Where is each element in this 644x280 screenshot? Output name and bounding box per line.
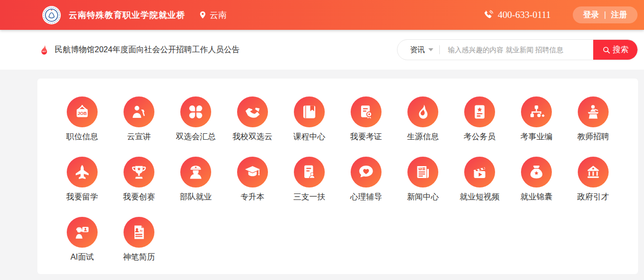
ai-interview-icon	[67, 217, 98, 248]
quick-link-label: 就业锦囊	[520, 192, 552, 202]
quick-link-label: 双选会汇总	[176, 132, 216, 142]
certificate-icon	[351, 96, 382, 127]
org-chart-icon	[521, 96, 552, 127]
quick-link-item[interactable]: N 新闻中心	[394, 157, 451, 202]
trophy-icon	[124, 157, 154, 187]
quick-link-label: 神笔简历	[123, 252, 155, 263]
quick-link-label: 考事业编	[520, 132, 552, 142]
svg-text:AI: AI	[140, 229, 143, 232]
auth-buttons: 登录 | 注册	[573, 6, 638, 23]
quick-link-item[interactable]: 我要考证	[338, 96, 394, 142]
phone-icon	[483, 9, 494, 20]
quick-link-label: 我校双选云	[233, 132, 272, 142]
search-box: 资讯 搜索	[397, 39, 638, 60]
quick-link-item[interactable]: 政府引才	[565, 157, 622, 202]
book-icon	[294, 96, 325, 127]
quick-link-item[interactable]: 考公务员	[451, 96, 508, 142]
site-title: 云南特殊教育职业学院就业桥	[69, 9, 185, 21]
teacher-podium-icon	[578, 96, 609, 127]
handshake-icon	[237, 96, 268, 127]
news-search-bar: HOT 民航博物馆2024年度面向社会公开招聘工作人员公告 资讯 搜索	[0, 30, 644, 70]
quick-link-label: 生源信息	[407, 132, 439, 142]
flame-hot-icon: HOT	[38, 44, 50, 56]
search-category-dropdown[interactable]: 资讯	[397, 45, 439, 55]
quick-link-label: 部队就业	[180, 192, 212, 202]
quick-link-label: 我要留学	[66, 192, 98, 202]
video-clapper-icon	[464, 157, 495, 187]
service-phone: 400-633-0111	[483, 9, 551, 20]
quick-link-item[interactable]: 三支一扶	[281, 157, 338, 202]
clover-grid-icon	[180, 96, 211, 127]
quick-link-label: 政府引才	[577, 192, 609, 202]
lecturer-icon	[124, 96, 154, 127]
quick-link-item[interactable]: 教师招聘	[565, 96, 622, 142]
search-category-label: 资讯	[410, 45, 425, 55]
quick-link-label: 考公务员	[464, 132, 496, 142]
newspaper-icon: N	[407, 157, 438, 187]
quick-links-grid: JOB 职位信息 云宣讲 双选会汇总 我校双选云 课程中心 我要考证 生源信息 …	[54, 96, 638, 263]
school-crest-icon[interactable]	[42, 5, 61, 25]
quick-link-item[interactable]: 考事业编	[508, 96, 565, 142]
svg-text:HOT: HOT	[42, 51, 46, 53]
quick-links-card: JOB 职位信息 云宣讲 双选会汇总 我校双选云 课程中心 我要考证 生源信息 …	[37, 79, 638, 274]
graduation-cap-icon	[237, 157, 268, 187]
auth-separator: |	[604, 10, 606, 19]
soldier-icon	[180, 157, 211, 187]
airplane-icon	[67, 157, 98, 187]
quick-link-item[interactable]: 我要留学	[54, 157, 111, 202]
quick-link-item[interactable]: 就业短视频	[451, 157, 508, 202]
phone-number: 400-633-0111	[498, 9, 551, 20]
search-icon	[602, 46, 611, 54]
location-pin-icon	[198, 10, 207, 19]
government-building-icon	[578, 157, 609, 187]
quick-link-label: AI面试	[70, 252, 94, 263]
quick-link-label: 专升本	[241, 192, 264, 202]
quick-link-label: 云宣讲	[127, 132, 151, 142]
quick-link-label: 三支一扶	[293, 192, 325, 202]
quick-link-item[interactable]: 我要创赛	[111, 157, 167, 202]
quick-link-label: 新闻中心	[407, 192, 439, 202]
quick-link-item[interactable]: 就业锦囊	[508, 157, 565, 202]
quick-link-label: 职位信息	[66, 132, 98, 142]
quick-link-item[interactable]: 生源信息	[394, 96, 451, 142]
quick-link-item[interactable]: 我校双选云	[224, 96, 281, 142]
news-announcement-link[interactable]: 民航博物馆2024年度面向社会公开招聘工作人员公告	[55, 45, 240, 55]
location-selector[interactable]: 云南	[198, 9, 227, 21]
quick-link-item[interactable]: 云宣讲	[111, 96, 167, 142]
job-sign-icon: JOB	[67, 96, 98, 127]
heart-chat-icon	[351, 157, 382, 187]
login-button[interactable]: 登录	[583, 10, 599, 20]
quick-link-item[interactable]: AI 神笔简历	[111, 217, 167, 263]
quick-link-item[interactable]: 部队就业	[167, 157, 224, 202]
flame-icon	[407, 96, 438, 127]
search-button-label: 搜索	[613, 45, 629, 55]
quick-link-label: 我要考证	[350, 132, 382, 142]
quick-link-item[interactable]: 课程中心	[281, 96, 338, 142]
svg-text:N: N	[419, 168, 421, 170]
money-bag-icon	[521, 157, 552, 187]
svg-text:JOB: JOB	[78, 111, 87, 116]
quick-link-label: 课程中心	[293, 132, 325, 142]
main-content: JOB 职位信息 云宣讲 双选会汇总 我校双选云 课程中心 我要考证 生源信息 …	[0, 79, 644, 274]
search-button[interactable]: 搜索	[593, 39, 638, 60]
quick-link-item[interactable]: 专升本	[224, 157, 281, 202]
star-document-icon	[464, 96, 495, 127]
ai-resume-icon: AI	[124, 217, 154, 248]
quick-link-item[interactable]: AI面试	[54, 217, 111, 263]
quick-link-label: 我要创赛	[123, 192, 155, 202]
quick-link-item[interactable]: 心理辅导	[338, 157, 394, 202]
quick-link-label: 教师招聘	[577, 132, 609, 142]
location-label: 云南	[210, 9, 227, 21]
quick-link-label: 就业短视频	[460, 192, 500, 202]
quick-link-item[interactable]: 双选会汇总	[167, 96, 224, 142]
person-document-icon	[294, 157, 325, 187]
register-button[interactable]: 注册	[611, 10, 627, 20]
quick-link-label: 心理辅导	[350, 192, 382, 202]
top-header: 云南特殊教育职业学院就业桥 云南 400-633-0111 登录 | 注册	[0, 0, 644, 30]
search-input[interactable]	[440, 46, 593, 54]
chevron-down-icon	[428, 48, 433, 51]
quick-link-item[interactable]: JOB 职位信息	[54, 96, 111, 142]
